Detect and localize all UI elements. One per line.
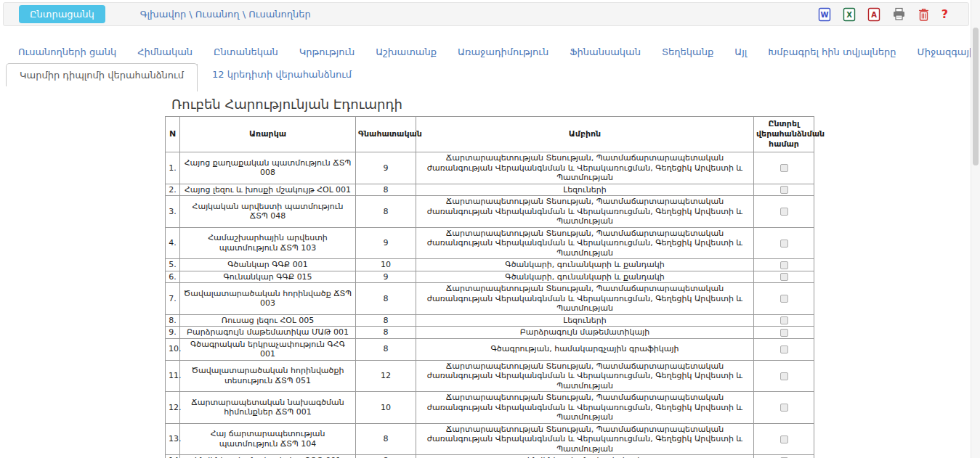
grade-cell: 8 — [356, 184, 416, 196]
department-cell: Ճարտարապետության Տեսության, Պատմաճարտարա… — [416, 152, 754, 184]
table-header-row: N Առարկա Գնահատական Ամբիոն Ընտրել վերահա… — [166, 117, 814, 152]
word-export-icon[interactable]: W — [818, 7, 831, 22]
pdf-export-icon[interactable]: A — [867, 7, 880, 22]
col-header-grade: Գնահատական — [356, 117, 416, 152]
svg-text:W: W — [820, 11, 828, 19]
select-retake-checkbox[interactable] — [780, 208, 788, 216]
scrollbar-thumb[interactable] — [973, 28, 979, 165]
table-row: 5.Գծանկար ԳԳՔ 00110Գծանկարի, գունանկարի … — [166, 259, 814, 271]
main-tab-2[interactable]: Հիմնական — [137, 46, 193, 57]
row-number-cell: 8. — [166, 314, 180, 327]
row-number-cell: 5. — [166, 259, 180, 271]
grade-cell: 8 — [356, 455, 416, 458]
department-cell: Ճարտարապետության Տեսության, Պատմաճարտարա… — [416, 227, 754, 259]
department-cell: Ճարտարապետության Տեսության, Պատմաճարտարա… — [416, 360, 754, 392]
col-header-n: N — [166, 117, 180, 152]
excel-export-icon[interactable]: X — [843, 7, 856, 22]
row-number-cell: 6. — [166, 271, 180, 283]
delete-icon[interactable] — [918, 7, 930, 22]
table-row: 2.Հայոց լեզու և խոսքի մշակույթ ՀՕԼ 0018Լ… — [166, 184, 814, 196]
department-cell: Բարձրագույն մաթեմատիկայի — [416, 327, 754, 339]
vertical-scrollbar[interactable] — [971, 0, 980, 458]
breadcrumb[interactable]: Գլխավոր \ Ուսանող \ Ուսանողներ — [140, 9, 311, 20]
table-row: 7.Ծավալատարածական հորինվածք ՃՏՊ 0038Ճարտ… — [166, 283, 814, 315]
subject-cell: Գծագրական երկրաչափություն ԳՀԳ 001 — [180, 338, 356, 360]
subject-cell: Համաշխարհային արվեստի պատմություն ՃՏՊ 10… — [180, 227, 356, 259]
help-icon[interactable]: ? — [941, 7, 948, 21]
main-tabs: Ուսանողների ցանկՀիմնականԸնտանեկանԿրթությ… — [18, 46, 980, 57]
select-retake-checkbox[interactable] — [780, 240, 788, 248]
department-cell: Գծանկարի, գունանկարի և քանդակի — [416, 259, 754, 271]
grade-cell: 12 — [356, 360, 416, 392]
select-retake-checkbox[interactable] — [780, 261, 788, 269]
select-retake-checkbox[interactable] — [780, 404, 788, 412]
select-cell — [754, 455, 814, 458]
table-row: 8.Ռուսաց լեզու ՀՕԼ 0058Լեզուների — [166, 314, 814, 327]
main-tab-6[interactable]: Առաջադիմություն — [458, 46, 548, 57]
svg-text:X: X — [846, 11, 852, 19]
department-cell: Ճարտարապետության Տեսության, Պատմաճարտարա… — [416, 283, 754, 315]
department-cell: Լեզուների — [416, 184, 754, 196]
table-row: 9.Բարձրագույն մաթեմատիկա ՄԱԹ 0018Բարձրագ… — [166, 327, 814, 339]
select-cell — [754, 327, 814, 339]
menu-button[interactable]: Ընտրացանկ — [19, 5, 105, 23]
row-number-cell: 12. — [166, 392, 180, 424]
subject-cell: Ինժեներական գեոդեզիա ԳԴԶ 001 — [180, 455, 356, 458]
main-tab-5[interactable]: Աշխատանք — [376, 46, 437, 57]
department-cell: Գծանկարի, գունանկարի և քանդակի — [416, 271, 754, 283]
select-cell — [754, 314, 814, 327]
row-number-cell: 7. — [166, 283, 180, 315]
select-retake-checkbox[interactable] — [780, 345, 788, 353]
grade-cell: 10 — [356, 392, 416, 424]
select-retake-checkbox[interactable] — [780, 329, 788, 337]
select-retake-checkbox[interactable] — [780, 316, 788, 324]
print-icon[interactable] — [892, 7, 906, 21]
select-retake-checkbox[interactable] — [780, 273, 788, 281]
main-tab-8[interactable]: Տեղեկանք — [662, 46, 713, 57]
subtab-red-diploma-retake[interactable]: Կարմիր դիպլոմի վերահանձնում — [6, 63, 198, 86]
subtab-12-credit-retake[interactable]: 12 կրեդիտի վերահանձնում — [198, 63, 366, 86]
select-retake-checkbox[interactable] — [780, 295, 788, 303]
row-number-cell: 4. — [166, 227, 180, 259]
select-retake-checkbox[interactable] — [780, 435, 788, 443]
subject-cell: Հայոց լեզու և խոսքի մշակույթ ՀՕԼ 001 — [180, 184, 356, 196]
grade-cell: 8 — [356, 196, 416, 228]
export-icon-strip: W X A ? — [818, 7, 948, 22]
select-cell — [754, 338, 814, 360]
department-cell: Ինժեներական գեոդեզիայի — [416, 455, 754, 458]
top-bar: Ընտրացանկ Գլխավոր \ Ուսանող \ Ուսանողներ… — [3, 2, 969, 26]
table-row: 1.Հայոց քաղաքական պատմություն ՃՏՊ 0089Ճա… — [166, 152, 814, 184]
main-tab-9[interactable]: Այլ — [734, 46, 747, 57]
subject-cell: Գծանկար ԳԳՔ 001 — [180, 259, 356, 271]
grade-cell: 9 — [356, 271, 416, 283]
select-retake-checkbox[interactable] — [780, 186, 788, 194]
row-number-cell: 11. — [166, 360, 180, 392]
row-number-cell: 9. — [166, 327, 180, 339]
main-tab-3[interactable]: Ընտանեկան — [214, 46, 278, 57]
select-cell — [754, 184, 814, 196]
grade-cell: 8 — [356, 423, 416, 455]
col-header-subject: Առարկա — [180, 117, 356, 152]
select-cell — [754, 227, 814, 259]
select-cell — [754, 271, 814, 283]
select-cell — [754, 196, 814, 228]
select-cell — [754, 283, 814, 315]
main-tab-7[interactable]: Ֆինանսական — [570, 46, 641, 57]
grade-cell: 9 — [356, 152, 416, 184]
grade-cell: 8 — [356, 338, 416, 360]
department-cell: Ճարտարապետության Տեսության, Պատմաճարտարա… — [416, 196, 754, 228]
subject-cell: Գունանկար ԳԳՔ 015 — [180, 271, 356, 283]
select-retake-checkbox[interactable] — [780, 372, 788, 380]
table-row: 4.Համաշխարհային արվեստի պատմություն ՃՏՊ … — [166, 227, 814, 259]
table-row: 13.Հայ ճարտարապետության պատմություն ՃՏՊ … — [166, 423, 814, 455]
retake-subjects-table: N Առարկա Գնահատական Ամբիոն Ընտրել վերահա… — [165, 116, 814, 458]
grade-cell: 8 — [356, 327, 416, 339]
main-tab-4[interactable]: Կրթություն — [299, 46, 355, 57]
select-retake-checkbox[interactable] — [780, 164, 788, 172]
col-header-department: Ամբիոն — [416, 117, 754, 152]
grade-cell: 9 — [356, 227, 416, 259]
subject-cell: Ծավալատարածական հորինվածքի տեսություն ՃՏ… — [180, 360, 356, 392]
main-tab-10[interactable]: Խմբագրել հին տվյալները — [768, 46, 896, 57]
main-tab-1[interactable]: Ուսանողների ցանկ — [18, 46, 116, 57]
row-number-cell: 3. — [166, 196, 180, 228]
